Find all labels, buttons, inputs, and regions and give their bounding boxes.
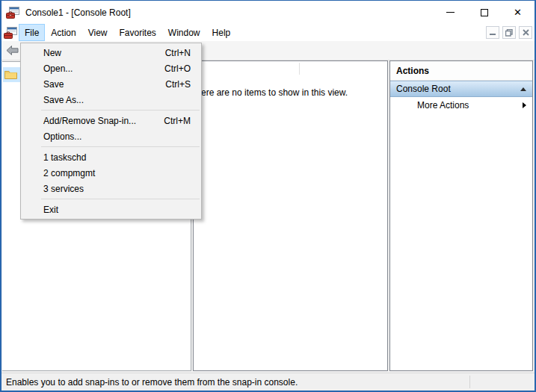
caption-buttons: ✕: [434, 1, 535, 24]
menu-item-label: 1 taskschd: [21, 152, 191, 163]
back-icon: [6, 45, 19, 56]
menu-item-shortcut: Ctrl+N: [165, 48, 201, 58]
mmc-window: Console1 - [Console Root] ✕ FileActionVi…: [0, 0, 536, 392]
submenu-arrow-icon: [523, 102, 526, 108]
menu-item-label: Save As...: [21, 95, 191, 105]
menubar-item-file[interactable]: File: [19, 24, 45, 41]
file-menu-item-add-remove-snap-in[interactable]: Add/Remove Snap-in...Ctrl+M: [21, 113, 201, 128]
actions-panel-title: Actions: [390, 61, 532, 81]
window-title: Console1 - [Console Root]: [25, 7, 131, 18]
menubar-item-window[interactable]: Window: [162, 24, 206, 41]
menu-item-shortcut: Ctrl+M: [164, 116, 201, 126]
menubar-item-help[interactable]: Help: [206, 24, 237, 41]
child-restore-icon: [505, 29, 513, 37]
menu-item-label: 2 compmgmt: [21, 168, 191, 178]
close-icon: ✕: [514, 7, 522, 17]
actions-group-console-root[interactable]: Console Root: [390, 81, 532, 97]
more-actions-item[interactable]: More Actions: [390, 97, 532, 113]
close-button[interactable]: ✕: [501, 1, 535, 24]
list-header[interactable]: [194, 61, 387, 75]
menu-separator: [41, 110, 200, 111]
statusbar-divider: [469, 376, 470, 388]
file-menu-item-2-compmgmt[interactable]: 2 compmgmt: [21, 165, 201, 181]
back-button[interactable]: [3, 43, 21, 59]
child-close-icon: [523, 29, 529, 36]
menu-separator: [41, 199, 200, 199]
actions-group-label: Console Root: [396, 84, 520, 94]
file-menu-item-new[interactable]: NewCtrl+N: [21, 45, 201, 60]
menu-item-label: Open...: [21, 63, 164, 74]
menubar: FileActionViewFavoritesWindowHelp: [1, 24, 535, 41]
menu-item-label: New: [21, 48, 165, 58]
file-menu-item-exit[interactable]: Exit: [21, 202, 201, 217]
file-menu-item-save-as[interactable]: Save As...: [21, 92, 201, 108]
status-text: Enables you to add snap-ins to or remove…: [6, 377, 298, 388]
menu-items: FileActionViewFavoritesWindowHelp: [19, 24, 236, 41]
mmc-icon: [6, 7, 19, 19]
menu-item-label: Add/Remove Snap-in...: [21, 116, 164, 126]
menu-item-label: Save: [21, 79, 165, 90]
file-menu-item-save[interactable]: SaveCtrl+S: [21, 76, 201, 92]
maximize-icon: [481, 9, 488, 16]
menu-item-label: 3 services: [21, 184, 191, 194]
menu-item-label: Exit: [21, 205, 191, 215]
file-menu-item-3-services[interactable]: 3 services: [21, 181, 201, 196]
maximize-button[interactable]: [467, 1, 501, 24]
empty-view-message: There are no items to show in this view.: [191, 87, 348, 98]
menubar-item-action[interactable]: Action: [45, 24, 81, 41]
column-divider[interactable]: [299, 63, 300, 75]
more-actions-label: More Actions: [417, 100, 523, 111]
minimize-button[interactable]: [434, 1, 467, 24]
menu-separator: [41, 146, 200, 147]
collapse-icon[interactable]: [520, 87, 526, 91]
folder-icon: [4, 69, 17, 80]
menu-item-shortcut: Ctrl+S: [165, 79, 201, 90]
child-restore-button[interactable]: [502, 26, 516, 39]
list-pane: There are no items to show in this view.: [193, 60, 388, 371]
child-minimize-button[interactable]: [486, 26, 499, 39]
menubar-item-favorites[interactable]: Favorites: [114, 24, 162, 41]
file-menu-item-open[interactable]: Open...Ctrl+O: [21, 60, 201, 76]
child-window-buttons: [486, 26, 532, 39]
titlebar[interactable]: Console1 - [Console Root] ✕: [1, 1, 535, 24]
menu-item-shortcut: Ctrl+O: [164, 63, 201, 74]
actions-panel: Actions Console Root More Actions: [389, 60, 533, 371]
file-menu-item-1-taskschd[interactable]: 1 taskschd: [21, 149, 201, 165]
menubar-item-view[interactable]: View: [82, 24, 114, 41]
menu-item-label: Options...: [21, 131, 191, 142]
child-close-button[interactable]: [519, 26, 532, 39]
minimize-icon: [446, 12, 455, 13]
file-menu-dropdown: NewCtrl+NOpen...Ctrl+OSaveCtrl+SSave As.…: [20, 43, 202, 220]
child-minimize-icon: [490, 29, 496, 36]
file-menu-item-options[interactable]: Options...: [21, 128, 201, 144]
mmc-small-icon: [4, 27, 17, 39]
statusbar: Enables you to add snap-ins to or remove…: [1, 373, 535, 391]
